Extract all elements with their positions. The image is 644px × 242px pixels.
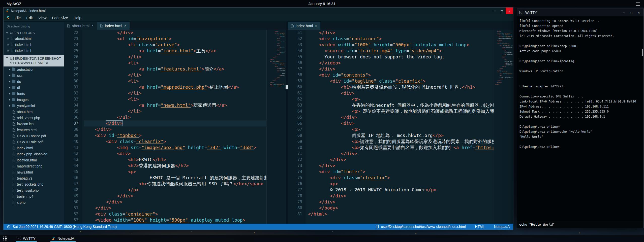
code-line[interactable]: <p>: [84, 169, 266, 175]
code-line[interactable]: <p>如有問題或需要申請白名單，歡迎加入我們的 <a href="https:/…: [308, 145, 494, 151]
code-line[interactable]: 伺服器 IP 地址為： mcs.hkwtc.org</p>: [308, 132, 494, 139]
close-icon[interactable]: [7, 49, 9, 52]
code-line[interactable]: <video width="100%" height="500px" autop…: [308, 42, 494, 48]
file-item[interactable]: test_sockets.php: [4, 181, 64, 187]
menu-help[interactable]: Help: [71, 16, 84, 20]
code-line[interactable]: </div>: [308, 114, 494, 120]
file-item[interactable]: location.html: [4, 157, 64, 163]
code-line[interactable]: </div>: [308, 193, 494, 199]
code-line[interactable]: </li>: [84, 72, 266, 78]
file-item[interactable]: features.html: [4, 127, 64, 133]
file-item[interactable]: testmysql.php: [4, 187, 64, 193]
code-line[interactable]: <source src="trailer.mp4" type="video/mp…: [308, 48, 494, 54]
code-line[interactable]: <h1>特別為建築及鐵路而設，現代化的 Minecraft 世界.</h1>: [308, 84, 494, 90]
wstty-maximize-button[interactable]: □: [627, 9, 635, 16]
close-icon[interactable]: [7, 43, 9, 46]
code-line[interactable]: <p>: [308, 96, 494, 102]
tab-index.html[interactable]: index.html: [288, 22, 321, 30]
code-line[interactable]: </div>: [84, 126, 266, 132]
tab-close-icon[interactable]: [91, 24, 94, 27]
taskbar-item-wstty[interactable]: WsTTY: [15, 235, 38, 242]
minimap[interactable]: </div> <div class="container"> <video wi…: [494, 30, 513, 224]
code-line[interactable]: <p> 即使你不是建築師，你也能透過紅石師或鐵路工程師的身份加入我: [308, 108, 494, 114]
code-line[interactable]: </body>: [308, 205, 494, 211]
file-item[interactable]: HKWTC rule.pdf: [4, 139, 64, 145]
folder-item[interactable]: dl: [4, 85, 64, 91]
file-item[interactable]: favicon.ico: [4, 121, 64, 127]
code-line[interactable]: <p>請注意，我們的伺服器為確保玩家及遊玩時的質素，我們對外的服務開: [308, 139, 494, 145]
code-line[interactable]: </div>: [308, 66, 494, 72]
hamburger-menu-icon[interactable]: [636, 2, 640, 6]
code-line[interactable]: </video>: [308, 60, 494, 66]
code-line[interactable]: <div class="clearfix">: [308, 175, 494, 181]
code-line[interactable]: <div>: [84, 151, 266, 157]
code-line[interactable]: <div id="contents">: [308, 72, 494, 78]
wstty-minimize-button[interactable]: ─: [620, 9, 627, 16]
file-item[interactable]: index.html: [4, 145, 64, 151]
code-line[interactable]: </div>: [84, 205, 266, 211]
wstty-close-button[interactable]: ×: [635, 9, 642, 16]
code-line[interactable]: <b>你知道我們全線伺服器已轉用 SSD 了嗎？</b></span>: [84, 181, 266, 187]
file-item[interactable]: add_vhost.php: [4, 115, 64, 121]
close-icon[interactable]: [7, 37, 9, 40]
app-grid-icon[interactable]: [3, 236, 7, 240]
folder-item[interactable]: images: [4, 97, 64, 103]
wstty-titlebar[interactable]: WsTTY ─ □ ×: [517, 9, 643, 16]
code-line[interactable]: </li>: [84, 108, 266, 114]
code-line[interactable]: <a href="features.html">簡介</a>: [84, 66, 266, 72]
code-line[interactable]: <div>: [308, 120, 494, 126]
menu-font-size[interactable]: Font Size: [49, 16, 71, 20]
file-item[interactable]: about.html: [4, 109, 64, 115]
code-line[interactable]: </li>: [84, 54, 266, 60]
tab-index.html[interactable]: index.html: [97, 22, 130, 30]
code-line[interactable]: <li>: [84, 78, 266, 84]
tab-close-icon[interactable]: [315, 24, 317, 27]
start-menu-button[interactable]: My ArOZ: [7, 2, 21, 6]
code-line[interactable]: © 2018 - 2019 HKWTC Animation Gamer</p>: [308, 187, 494, 193]
file-item[interactable]: news.html: [4, 169, 64, 175]
file-item[interactable]: HKWTC notice.pdf: [4, 133, 64, 139]
file-item[interactable]: trailer.mp4: [4, 193, 64, 199]
folder-item[interactable]: yamlyamlni: [4, 103, 64, 109]
code-line[interactable]: <h2>香港的建築伺服器</h2>: [84, 163, 266, 169]
code-line[interactable]: <div>: [308, 90, 494, 96]
code-line[interactable]: <a href="news.html">玩家傳送門</a>: [84, 102, 266, 108]
code-line[interactable]: <li>: [84, 60, 266, 66]
code-line[interactable]: </div>: [308, 30, 494, 36]
folder-item[interactable]: autostation: [4, 66, 64, 73]
pane-splitter[interactable]: [286, 22, 288, 224]
code-line[interactable]: <p>: [308, 126, 494, 132]
open-editor-item[interactable]: about.html: [4, 36, 64, 42]
code-line[interactable]: 在香港的Minecraft 伺服器中，多為小遊戲和純生存的伺服器，較少擁有: [308, 102, 494, 108]
code-line[interactable]: <div class="container">: [84, 211, 266, 217]
status-language[interactable]: HTML: [475, 225, 485, 229]
code-line[interactable]: <div id="tagline" class="clearfix">: [308, 78, 494, 84]
code-line[interactable]: </html>: [308, 211, 494, 217]
folder-item[interactable]: fonts: [4, 91, 64, 97]
notepada-titlebar[interactable]: NotepadA - index.html ─ □ ×: [4, 8, 513, 14]
code-line[interactable]: Your browser does not support the video …: [308, 54, 494, 60]
menu-file[interactable]: File: [12, 16, 23, 20]
code-line[interactable]: <img src="images/box.png" height="342" w…: [84, 145, 266, 151]
terminal-scrollbar[interactable]: [642, 49, 643, 56]
code-line[interactable]: <a href="index.html">主頁</a>: [84, 48, 266, 54]
code-editor[interactable]: 2223242526272829303132333435363738394041…: [64, 30, 286, 224]
code-line[interactable]: </div>: [84, 30, 266, 36]
code-line[interactable]: <div id="footer">: [308, 169, 494, 175]
notepada-minimize-button[interactable]: ─: [490, 8, 498, 14]
code-line[interactable]: </div>: [308, 199, 494, 205]
taskbar-item-notepada[interactable]: NotepadA: [50, 235, 76, 242]
code-line[interactable]: </ul>: [84, 114, 266, 120]
open-editor-item[interactable]: index.html: [4, 42, 64, 48]
code-line[interactable]: </div>: [84, 193, 266, 199]
code-line[interactable]: HKWTC 是一個 Minecraft 的建築伺服器，主要建築計劃包括鐵路: [84, 175, 266, 181]
code-line[interactable]: </p>: [84, 187, 266, 193]
code-line[interactable]: </li>: [84, 90, 266, 96]
code-line[interactable]: <ul id="navigation">: [84, 36, 266, 42]
tab-about.html[interactable]: about.html: [64, 22, 97, 30]
code-line[interactable]: <li class="active">: [84, 42, 266, 48]
file-item[interactable]: teabag.7z: [4, 175, 64, 181]
code-line[interactable]: </div>: [84, 199, 266, 205]
open-editor-item[interactable]: index.html: [4, 48, 64, 54]
notepada-maximize-button[interactable]: □: [498, 8, 506, 14]
